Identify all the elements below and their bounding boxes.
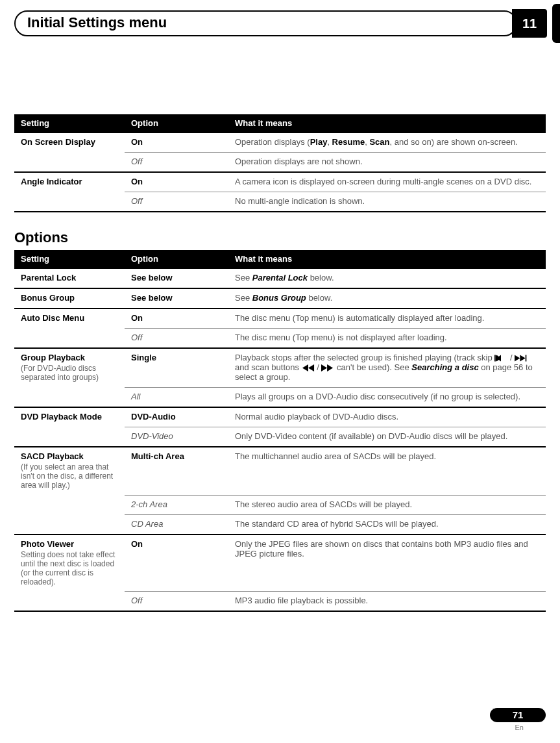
- setting-cell: [14, 329, 125, 349]
- option-cell: On: [125, 132, 228, 153]
- option-value: On: [131, 313, 143, 323]
- meaning-cell: Playback stops after the selected group …: [228, 348, 546, 388]
- meaning-cell: See Parental Lock below.: [228, 268, 546, 288]
- col-header-meaning: What it means: [228, 250, 546, 268]
- setting-cell: Auto Disc Menu: [14, 309, 125, 329]
- table-row: OffNo multi-angle indication is shown.: [14, 192, 546, 212]
- setting-cell: [14, 427, 125, 447]
- meaning-cell: No multi-angle indication is shown.: [228, 192, 546, 212]
- col-header-meaning: What it means: [228, 114, 546, 132]
- table-row: Group Playback(For DVD-Audio discs separ…: [14, 348, 546, 388]
- display-settings-table: Setting Option What it means On Screen D…: [14, 114, 546, 211]
- chapter-number: 11: [512, 9, 547, 38]
- meaning-cell: The disc menu (Top menu) is not displaye…: [228, 329, 546, 349]
- setting-name: Angle Indicator: [21, 177, 82, 186]
- option-value: DVD-Audio: [131, 412, 176, 422]
- option-value: Off: [131, 196, 142, 206]
- table-row: AllPlays all groups on a DVD-Audio disc …: [14, 388, 546, 408]
- option-value: Off: [131, 596, 142, 605]
- table-row: CD AreaThe standard CD area of hybrid SA…: [14, 514, 546, 535]
- xref: Parental Lock: [252, 273, 308, 283]
- table-row: On Screen DisplayOnOperation displays (P…: [14, 132, 546, 153]
- scan-fwd-icon: [321, 364, 334, 372]
- setting-cell: [14, 495, 125, 514]
- option-cell: On: [125, 309, 228, 329]
- meaning-cell: The stereo audio area of SACDs will be p…: [228, 495, 546, 514]
- table-row: Photo ViewerSetting does not take effect…: [14, 535, 546, 592]
- option-value: Off: [131, 333, 142, 342]
- skip-fwd-icon: [515, 355, 528, 362]
- setting-subtext: (For DVD-Audio discs separated into grou…: [21, 364, 118, 382]
- table-row: OffOperation displays are not shown.: [14, 153, 546, 173]
- option-value: See below: [131, 293, 173, 303]
- setting-cell: SACD Playback(If you select an area that…: [14, 447, 125, 495]
- options-settings-table: Setting Option What it means Parental Lo…: [14, 250, 546, 611]
- setting-name: Parental Lock: [21, 273, 76, 283]
- setting-name: Bonus Group: [21, 293, 75, 303]
- table-row: Angle IndicatorOnA camera icon is displa…: [14, 172, 546, 192]
- option-cell: See below: [125, 268, 228, 288]
- option-cell: Off: [125, 153, 228, 173]
- option-cell: On: [125, 535, 228, 592]
- tab-marker: [552, 4, 560, 43]
- option-value: On: [131, 177, 143, 186]
- scan-back-icon: [302, 364, 315, 372]
- table-row: 2-ch AreaThe stereo audio area of SACDs …: [14, 495, 546, 514]
- meaning-cell: The standard CD area of hybrid SACDs wil…: [228, 514, 546, 535]
- skip-back-icon: [494, 355, 507, 362]
- xref: Bonus Group: [252, 293, 306, 303]
- setting-cell: [14, 514, 125, 535]
- setting-cell: Angle Indicator: [14, 172, 125, 192]
- meaning-cell: Only the JPEG files are shown on discs t…: [228, 535, 546, 592]
- setting-cell: DVD Playback Mode: [14, 407, 125, 427]
- option-cell: On: [125, 172, 228, 192]
- setting-name: Auto Disc Menu: [21, 313, 84, 323]
- meaning-cell: Operation displays (Play, Resume, Scan, …: [228, 132, 546, 153]
- setting-name: SACD Playback: [21, 451, 84, 461]
- option-value: Single: [131, 353, 156, 362]
- meaning-cell: The disc menu (Top menu) is automaticall…: [228, 309, 546, 329]
- option-cell: CD Area: [125, 514, 228, 535]
- meaning-cell: See Bonus Group below.: [228, 288, 546, 309]
- setting-name: On Screen Display: [21, 137, 95, 147]
- setting-cell: Photo ViewerSetting does not take effect…: [14, 535, 125, 592]
- table-row: DVD-VideoOnly DVD-Video content (if avai…: [14, 427, 546, 447]
- setting-cell: [14, 153, 125, 173]
- col-header-option: Option: [125, 114, 228, 132]
- setting-cell: [14, 192, 125, 212]
- option-value: CD Area: [131, 519, 163, 529]
- setting-subtext: Setting does not take effect until the n…: [21, 550, 118, 586]
- meaning-cell: Operation displays are not shown.: [228, 153, 546, 173]
- meaning-cell: A camera icon is displayed on-screen dur…: [228, 172, 546, 192]
- option-value: Multi-ch Area: [131, 451, 184, 461]
- option-value: Off: [131, 157, 142, 166]
- table-row: Bonus GroupSee belowSee Bonus Group belo…: [14, 288, 546, 309]
- setting-cell: Group Playback(For DVD-Audio discs separ…: [14, 348, 125, 388]
- option-value: On: [131, 539, 143, 549]
- option-value: See below: [131, 273, 173, 283]
- option-cell: DVD-Audio: [125, 407, 228, 427]
- option-cell: 2-ch Area: [125, 495, 228, 514]
- option-cell: Off: [125, 329, 228, 349]
- setting-cell: On Screen Display: [14, 132, 125, 153]
- option-cell: Single: [125, 348, 228, 388]
- col-header-option: Option: [125, 250, 228, 268]
- meaning-cell: Only DVD-Video content (if available) on…: [228, 427, 546, 447]
- xref: Searching a disc: [411, 362, 478, 372]
- setting-cell: [14, 592, 125, 611]
- option-cell: Multi-ch Area: [125, 447, 228, 495]
- setting-name: Photo Viewer: [21, 539, 74, 549]
- setting-cell: Parental Lock: [14, 268, 125, 288]
- setting-cell: [14, 388, 125, 408]
- table-row: OffThe disc menu (Top menu) is not displ…: [14, 329, 546, 349]
- options-heading: Options: [14, 229, 546, 246]
- option-cell: DVD-Video: [125, 427, 228, 447]
- meaning-cell: Normal audio playback of DVD-Audio discs…: [228, 407, 546, 427]
- page-number: 71: [490, 708, 546, 722]
- meaning-cell: MP3 audio file playback is possible.: [228, 592, 546, 611]
- table-row: SACD Playback(If you select an area that…: [14, 447, 546, 495]
- col-header-setting: Setting: [14, 250, 125, 268]
- language-code: En: [490, 724, 524, 731]
- option-value: On: [131, 137, 143, 147]
- table-row: DVD Playback ModeDVD-AudioNormal audio p…: [14, 407, 546, 427]
